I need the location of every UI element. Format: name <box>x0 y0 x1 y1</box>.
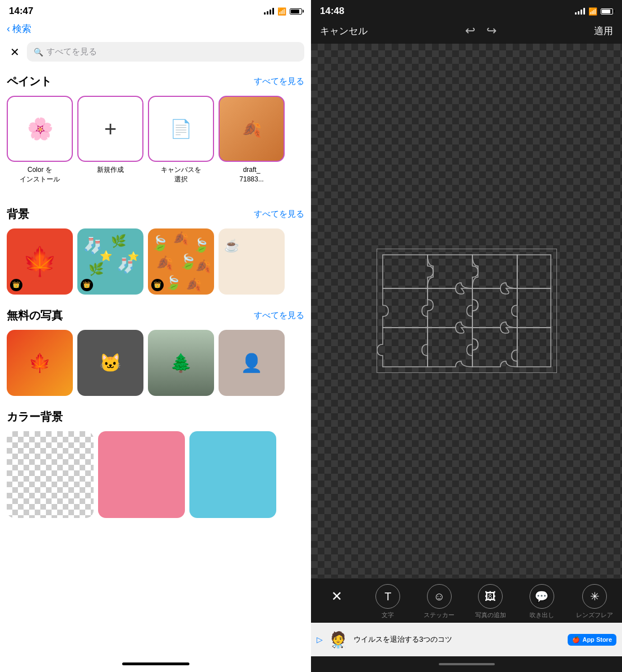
svg-text:⭐: ⭐ <box>128 251 139 262</box>
canvas-area <box>311 44 622 578</box>
plus-icon: + <box>104 117 117 141</box>
puzzle-svg <box>377 249 556 372</box>
photos-title: 無料の写真 <box>7 308 63 323</box>
new-label: 新規作成 <box>97 165 124 175</box>
photo-card-cat[interactable]: 🐱 <box>77 330 143 396</box>
crown-badge-1: 👑 <box>10 279 22 291</box>
app-store-badge[interactable]: 🍎 App Store <box>568 634 616 646</box>
ad-banner[interactable]: ▷ 🧑‍⚕️ ウイルスを退治する3つのコツ 🍎 App Store <box>311 623 622 656</box>
battery-icon <box>290 8 302 15</box>
paint-cards: 🌸 Color をインストール + 新規作成 📄 キャンバスを選択 🍂 <box>7 96 304 184</box>
signal-icon <box>264 8 274 15</box>
home-bar-left <box>122 662 189 665</box>
color-bg-transparent[interactable] <box>7 431 94 518</box>
svg-text:🍃: 🍃 <box>179 253 197 270</box>
paint-section-header: ペイント すべてを見る <box>7 74 304 89</box>
nav-center: ↩ ↪ <box>465 24 496 38</box>
close-tool-icon[interactable]: ✕ <box>324 584 349 609</box>
photo-card-forest[interactable]: 🌲 <box>148 330 214 396</box>
cancel-button[interactable]: キャンセル <box>320 25 368 38</box>
photos-grid: 🍁 🐱 🌲 👤 <box>7 330 304 396</box>
back-label: 検索 <box>12 22 31 35</box>
apply-button[interactable]: 適用 <box>594 25 613 38</box>
paint-see-all[interactable]: すべてを見る <box>254 76 304 87</box>
svg-text:🍂: 🍂 <box>186 277 202 292</box>
right-signal-icon <box>575 8 585 15</box>
svg-text:🍂: 🍂 <box>196 259 211 274</box>
crown-badge-3: 👑 <box>151 279 164 291</box>
search-placeholder: すべてを見る <box>47 46 97 57</box>
left-nav-bar: ‹ 検索 <box>0 20 311 40</box>
bg-card-autumn[interactable]: 🍁 👑 <box>7 228 73 295</box>
search-box[interactable]: 🔍 すべてを見る <box>27 42 304 62</box>
sticker-tool-icon[interactable]: ☺ <box>427 584 452 609</box>
bubble-tool-label: 吹き出し <box>530 611 554 619</box>
tool-lens[interactable]: ✳ レンズフレア <box>576 584 613 619</box>
paint-card-color[interactable]: 🌸 Color をインストール <box>7 96 73 184</box>
bg-grid: 🍁 👑 🧦 🌿 🌿 🧦 ⭐ ⭐ 👑 🍃 🍂 <box>7 228 304 295</box>
tool-close[interactable]: ✕ <box>320 584 354 609</box>
puzzle-container[interactable] <box>377 249 557 373</box>
bubble-tool-icon[interactable]: 💬 <box>530 584 554 609</box>
bg-title: 背景 <box>7 207 29 222</box>
svg-text:🍃: 🍃 <box>151 234 169 252</box>
svg-text:🍂: 🍂 <box>173 231 189 246</box>
bg-card-winter[interactable]: 🧦 🌿 🌿 🧦 ⭐ ⭐ 👑 <box>77 228 143 295</box>
photos-see-all[interactable]: すべてを見る <box>254 310 304 321</box>
back-button[interactable]: ‹ 検索 <box>7 22 31 35</box>
color-bg-section-header: カラー背景 <box>7 409 304 424</box>
draft-card[interactable]: 🍂 <box>219 96 285 162</box>
photos-section-header: 無料の写真 すべてを見る <box>7 308 304 323</box>
color-icon: 🌸 <box>27 116 53 141</box>
photo-card-autumn[interactable]: 🍁 <box>7 330 73 396</box>
svg-text:⭐: ⭐ <box>100 250 113 262</box>
color-bg-blue[interactable] <box>189 431 276 518</box>
svg-text:🍃: 🍃 <box>165 274 182 291</box>
right-wifi-icon: 📶 <box>588 7 597 16</box>
color-bg-pink[interactable] <box>98 431 185 518</box>
color-install-label: Color をインストール <box>20 165 60 184</box>
lens-tool-icon[interactable]: ✳ <box>582 584 607 609</box>
add-photo-tool-icon[interactable]: 🖼 <box>478 584 503 609</box>
svg-text:🌿: 🌿 <box>111 234 127 249</box>
draft-label: draft_71883... <box>239 165 263 184</box>
search-icon: 🔍 <box>34 48 43 57</box>
right-status-bar: 14:48 📶 <box>311 0 622 20</box>
right-nav-bar: キャンセル ↩ ↪ 適用 <box>311 20 622 44</box>
photo-card-person[interactable]: 👤 <box>219 330 285 396</box>
undo-button[interactable]: ↩ <box>465 24 475 38</box>
color-install-card[interactable]: 🌸 <box>7 96 73 162</box>
close-button[interactable]: ✕ <box>7 44 22 60</box>
bg-card-leaves[interactable]: 🍃 🍂 🍃 🍂 🍃 🍂 🍃 🍂 👑 <box>148 228 214 295</box>
svg-text:🍃: 🍃 <box>193 237 210 253</box>
doc-icon: 📄 <box>170 118 192 139</box>
right-time: 14:48 <box>320 6 344 17</box>
bg-card-4[interactable]: ☕ <box>219 228 285 295</box>
left-status-icons: 📶 <box>264 7 302 16</box>
lens-tool-label: レンズフレア <box>576 611 613 619</box>
scroll-content: ペイント すべてを見る 🌸 Color をインストール + 新規作成 <box>0 67 311 655</box>
app-store-label: App Store <box>582 636 612 643</box>
text-tool-label: 文字 <box>382 611 394 619</box>
bg-section-header: 背景 すべてを見る <box>7 207 304 222</box>
home-indicator-right <box>311 656 622 672</box>
tool-bubble[interactable]: 💬 吹き出し <box>525 584 559 619</box>
left-time: 14:47 <box>9 6 33 17</box>
paint-card-canvas[interactable]: 📄 キャンバスを選択 <box>148 96 214 184</box>
svg-text:🌿: 🌿 <box>89 262 104 277</box>
right-toolbar: ✕ T 文字 ☺ ステッカー 🖼 写真の追加 💬 吹 <box>311 578 622 623</box>
redo-button[interactable]: ↪ <box>486 24 496 38</box>
home-indicator-left <box>0 655 311 672</box>
new-card[interactable]: + <box>77 96 143 162</box>
left-status-bar: 14:47 📶 <box>0 0 311 20</box>
bg-see-all[interactable]: すべてを見る <box>254 209 304 220</box>
paint-card-draft[interactable]: 🍂 draft_71883... <box>219 96 285 184</box>
canvas-card[interactable]: 📄 <box>148 96 214 162</box>
left-panel: 14:47 📶 ‹ 検索 ✕ 🔍 すべてを見る <box>0 0 311 672</box>
ad-arrow-icon: ▷ <box>317 635 323 644</box>
text-tool-icon[interactable]: T <box>375 584 400 609</box>
paint-card-new[interactable]: + 新規作成 <box>77 96 143 184</box>
tool-text[interactable]: T 文字 <box>371 584 405 619</box>
tool-add-photo[interactable]: 🖼 写真の追加 <box>474 584 507 619</box>
tool-sticker[interactable]: ☺ ステッカー <box>423 584 456 619</box>
